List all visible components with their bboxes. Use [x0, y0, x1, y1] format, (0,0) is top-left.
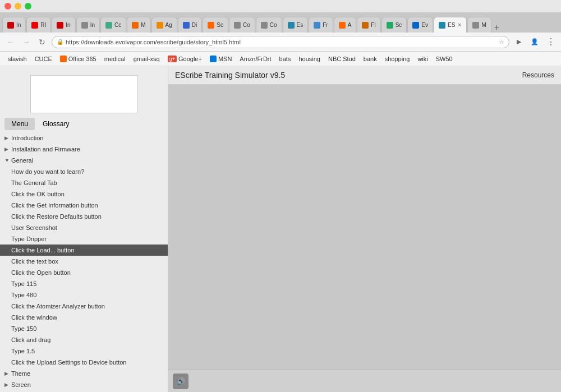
menu-item-type-480[interactable]: Type 480 [0, 289, 168, 301]
menu-item-click-upload[interactable]: Click the Upload Settings to Device butt… [0, 357, 168, 368]
tab-19[interactable]: M [467, 17, 491, 33]
chevron-right-icon: ▶ [4, 146, 11, 152]
tab-13[interactable]: Fr [309, 17, 333, 33]
bookmark-sw50[interactable]: SW50 [433, 54, 456, 63]
tab-favicon [81, 22, 88, 29]
menu-item-click-atomizer[interactable]: Click the Atomizer Analyzer button [0, 301, 168, 312]
tab-10[interactable]: Co [229, 17, 255, 33]
bookmark-shopping[interactable]: shopping [381, 54, 413, 63]
menu-item-introduction[interactable]: ▶ Introduction [0, 132, 168, 144]
chevron-right-icon: ▶ [4, 371, 11, 376]
menu-item-type-115[interactable]: Type 115 [0, 278, 168, 289]
bookmark-nbc[interactable]: NBC Stud [325, 54, 359, 63]
tab-1[interactable]: In [2, 17, 26, 33]
tab-6[interactable]: M [127, 17, 150, 33]
menu-item-general-tab[interactable]: The General Tab [0, 177, 168, 188]
bookmark-gmail-xsq[interactable]: gmail-xsq [130, 54, 163, 63]
extensions-icon[interactable]: ▶ [513, 36, 525, 48]
new-tab-button[interactable]: + [494, 22, 499, 33]
file-menu[interactable]: File [90, 2, 100, 10]
tab-favicon [7, 22, 14, 29]
bookmark-msn[interactable]: MSN [206, 54, 235, 63]
office365-icon [60, 56, 67, 62]
menu-item-screen[interactable]: ▶ Screen [0, 379, 168, 390]
people-menu[interactable]: People [226, 2, 247, 10]
panel-footer: 🔊 [168, 370, 561, 392]
apple-menu[interactable]:  [45, 2, 48, 11]
tab-2[interactable]: RI [26, 17, 51, 33]
menu-item-click-window[interactable]: Click the window [0, 312, 168, 323]
refresh-button[interactable]: ↻ [36, 36, 48, 48]
tab-17[interactable]: Ev [407, 17, 433, 33]
bookmarks-menu[interactable]: Bookmarks [183, 2, 217, 10]
tab-favicon [314, 22, 320, 29]
bookmark-amzn[interactable]: Amzn/FrDrt [236, 54, 274, 63]
menu-item-click-ok[interactable]: Click the OK button [0, 188, 168, 200]
bookmark-google-plus[interactable]: g+ Google+ [164, 54, 205, 63]
bookmark-bank[interactable]: bank [360, 54, 380, 63]
menu-item-type-1-5[interactable]: Type 1.5 [0, 345, 168, 357]
back-button[interactable]: ← [4, 36, 17, 48]
secure-icon: 🔒 [57, 39, 63, 45]
tab-18-active[interactable]: ES ✕ [434, 17, 467, 33]
traffic-lights [4, 3, 31, 10]
tab-3[interactable]: In [52, 17, 75, 33]
tab-favicon [412, 22, 419, 29]
window-menu[interactable]: Window [256, 2, 280, 10]
panel-body [168, 85, 561, 370]
menu-item-click-text-box[interactable]: Click the text box [0, 256, 168, 267]
menu-item-general[interactable]: ▼ General [0, 155, 168, 166]
menu-item-theme[interactable]: ▶ Theme [0, 368, 168, 379]
menu-item-click-get-info[interactable]: Click the Get Information button [0, 200, 168, 211]
menu-item-how-learn[interactable]: How do you want to learn? [0, 166, 168, 177]
menu-item-click-restore[interactable]: Click the Restore Defaults button [0, 211, 168, 222]
tab-7[interactable]: Ag [151, 17, 177, 33]
bookmark-housing[interactable]: housing [295, 54, 324, 63]
bookmark-medical[interactable]: medical [101, 54, 129, 63]
tab-5[interactable]: Cc [100, 17, 126, 33]
help-menu[interactable]: Help [289, 2, 303, 10]
resources-button[interactable]: Resources [522, 71, 554, 79]
address-bar[interactable]: 🔒 https://downloads.evolvapor.com/escrib… [52, 36, 509, 48]
menu-item-click-load[interactable]: Click the Load... button [0, 245, 168, 256]
tab-favicon [261, 22, 268, 29]
bookmark-star-icon[interactable]: ☆ [499, 38, 504, 45]
tab-15[interactable]: Fl [357, 17, 380, 33]
bookmark-office365[interactable]: Office 365 [57, 54, 100, 63]
menu-dots-icon[interactable]: ⋮ [544, 36, 557, 48]
minimize-button[interactable] [15, 3, 21, 10]
tab-glossary[interactable]: Glossary [36, 118, 76, 130]
tab-close-icon[interactable]: ✕ [457, 22, 462, 28]
bookmark-wiki[interactable]: wiki [414, 54, 431, 63]
profile-icon[interactable]: 👤 [528, 36, 541, 48]
speaker-button[interactable]: 🔊 [173, 373, 188, 389]
tab-11[interactable]: Co [256, 17, 282, 33]
sidebar-logo [30, 75, 138, 113]
menu-item-type-150[interactable]: Type 150 [0, 323, 168, 334]
tab-favicon [339, 22, 346, 29]
chrome-menu[interactable]: Chrome [57, 2, 81, 10]
maximize-button[interactable] [25, 3, 31, 10]
view-menu[interactable]: View [130, 2, 145, 10]
tab-12[interactable]: Es [283, 17, 309, 33]
menu-item-click-drag[interactable]: Click and drag [0, 334, 168, 345]
bookmarks-bar: slavish CUCE Office 365 medical gmail-xs… [0, 52, 561, 66]
bookmark-slavish[interactable]: slavish [4, 54, 30, 63]
edit-menu[interactable]: Edit [109, 2, 121, 10]
menu-item-type-dripper[interactable]: Type Dripper [0, 233, 168, 245]
tab-16[interactable]: Sc [381, 17, 407, 33]
tab-8[interactable]: Di [178, 17, 202, 33]
forward-button[interactable]: → [20, 36, 33, 48]
tab-4[interactable]: In [76, 17, 100, 33]
bookmark-bats[interactable]: bats [276, 54, 295, 63]
menu-item-click-open[interactable]: Click the Open button [0, 267, 168, 278]
menu-item-installation[interactable]: ▶ Installation and Firmware [0, 144, 168, 155]
bookmark-cuce[interactable]: CUCE [31, 54, 56, 63]
history-menu[interactable]: History [154, 2, 174, 10]
tab-14[interactable]: A [334, 17, 357, 33]
tab-9[interactable]: Sc [203, 17, 228, 33]
tab-menu[interactable]: Menu [4, 118, 35, 130]
close-button[interactable] [4, 3, 11, 10]
speaker-icon: 🔊 [177, 377, 185, 385]
menu-item-user-screenshot[interactable]: User Screenshot [0, 222, 168, 233]
